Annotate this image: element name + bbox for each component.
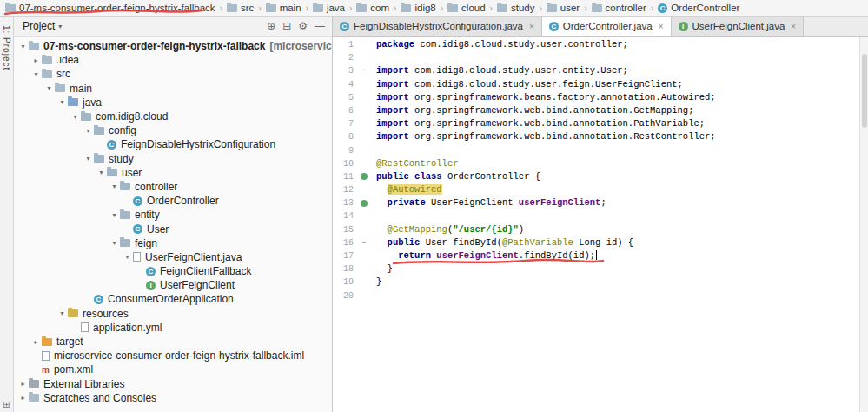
breadcrumb-item[interactable]: com [356,3,389,13]
tree-row-src[interactable]: ▾src [14,67,332,81]
collapse-all-icon[interactable]: ⊟ [282,20,291,32]
breadcrumb-item[interactable]: src [227,3,254,13]
code-line[interactable]: 6import org.springframework.web.bind.ann… [333,104,859,117]
tree-row-microservice-consumer-order-feign-hystrix-fallback-iml[interactable]: microservice-consumer-order-feign-hystri… [14,349,332,362]
autowired-inject-icon[interactable] [361,200,368,207]
chevron-down-icon[interactable]: ▾ [58,23,62,30]
tree-row-resources[interactable]: ▾resources [14,307,332,321]
tree-row-consumerorderapplication[interactable]: CConsumerOrderApplication [14,292,332,306]
chevron-expanded-icon[interactable]: ▾ [43,84,55,92]
fold-icon[interactable]: − [361,236,366,249]
chevron-expanded-icon[interactable]: ▾ [56,98,68,106]
code-line[interactable]: 8import org.springframework.web.bind.ann… [333,130,859,143]
tree-item-icon-wrap: C [133,224,142,234]
code-line[interactable]: 18 } [333,262,859,276]
editor-tab[interactable]: IUserFeignClient.java× [672,17,805,36]
scrollbar-thumb[interactable] [862,54,867,128]
code-line[interactable]: 7import org.springframework.web.bind.ann… [333,117,859,130]
tree-row-scratches-and-consoles[interactable]: ▸Scratches and Consoles [14,391,332,405]
breadcrumb-item[interactable]: 07-ms-consumer-order-feign-hystrix-fallb… [5,3,215,13]
tree-row-study[interactable]: ▾study [14,152,332,166]
code-line[interactable]: 20 [333,289,859,302]
tree-row-config[interactable]: ▾config [14,123,332,137]
breadcrumb-item[interactable]: java [313,3,345,13]
tree-row--idea[interactable]: ▸.idea [14,53,332,67]
breadcrumb-item[interactable]: COrderController [658,3,739,13]
breadcrumb-item[interactable]: cloud [447,3,486,13]
code-area[interactable]: 1package com.idig8.cloud.study.user.cont… [333,37,859,412]
tree-row-pom-xml[interactable]: mpom.xml [14,362,332,376]
chevron-expanded-icon[interactable]: ▾ [83,127,94,135]
tree-row-entity[interactable]: ▾entity [14,208,332,222]
fold-icon[interactable]: − [361,64,366,77]
code-line[interactable]: 15 @GetMapping("/user/{id}") [333,223,859,236]
gear-icon[interactable]: ⚙ [298,20,308,32]
tree-row-com-idig8-cloud[interactable]: ▾com.idig8.cloud [14,110,332,123]
chevron-expanded-icon[interactable]: ▾ [109,239,120,247]
code-line[interactable]: 10@RestController [333,157,859,170]
project-tool-window-button[interactable]: 1: Project [2,25,11,70]
tree-row-userfeignclient[interactable]: IUserFeignClient [14,278,332,292]
breadcrumb-item[interactable]: main [266,3,301,13]
tree-row-ordercontroller[interactable]: COrderController [14,194,332,208]
project-tree: ▾07-ms-consumer-order-feign-hystrix-fall… [14,37,332,412]
tree-row-controller[interactable]: ▾controller [14,180,332,194]
chevron-expanded-icon[interactable]: ▾ [109,183,120,190]
locate-icon[interactable]: ⊕ [267,20,275,32]
hide-icon[interactable]: — [315,20,325,32]
breadcrumb-item[interactable]: user [547,3,580,13]
code-line[interactable]: 2 [333,51,859,64]
tree-row-main[interactable]: ▾main [14,82,332,96]
code-line[interactable]: 3−import com.idig8.cloud.study.user.enti… [333,64,859,77]
close-icon[interactable]: × [659,22,664,31]
editor-tab[interactable]: COrderController.java× [542,17,672,36]
tree-row-userfeignclient-java[interactable]: ▾UserFeignClient.java [14,250,332,264]
chevron-collapsed-icon[interactable]: ▸ [17,394,29,402]
editor-tab[interactable]: CFeignDisableHystrixConfiguration.java× [333,17,542,36]
tree-row-07-ms-consumer-order-feign-hystrix-fallback[interactable]: ▾07-ms-consumer-order-feign-hystrix-fall… [14,39,332,53]
tree-row-target[interactable]: ▸target [14,335,332,349]
chevron-collapsed-icon[interactable]: ▸ [17,380,29,388]
code-line[interactable]: 17 return userFeignClient.findById(id); [333,249,859,262]
tree-row-feignclientfallback[interactable]: CFeignClientFallback [14,264,332,278]
code-text: return userFeignClient.findById(id); [371,249,597,262]
tree-row-java[interactable]: ▾java [14,96,332,110]
code-line[interactable]: 16− public User findById(@PathVariable L… [333,236,859,249]
breadcrumb-item[interactable]: idig8 [401,3,435,13]
breadcrumb-item[interactable]: study [497,3,535,13]
chevron-expanded-icon[interactable]: ▾ [122,253,133,261]
code-line[interactable]: 4import com.idig8.cloud.study.user.feign… [333,78,859,91]
tree-row-user[interactable]: CUser [14,222,332,236]
tree-row-user[interactable]: ▾user [14,166,332,180]
tree-row-feign[interactable]: ▾feign [14,236,332,250]
code-line[interactable]: 12 @Autowired [333,183,859,196]
close-icon[interactable]: × [529,22,534,31]
code-line[interactable]: 13 private UserFeignClient userFeignClie… [333,196,859,209]
project-panel-title[interactable]: Project [23,20,55,32]
folder-icon [55,84,65,92]
tree-row-external-libraries[interactable]: ▸External Libraries [14,377,332,391]
spring-bean-icon[interactable] [361,173,368,180]
tree-row-application-yml[interactable]: application.yml [14,321,332,335]
tree-item-label: target [56,336,83,348]
code-line[interactable]: 1package com.idig8.cloud.study.user.cont… [333,38,859,51]
chevron-expanded-icon[interactable]: ▾ [109,211,120,219]
chevron-expanded-icon[interactable]: ▾ [30,70,42,78]
close-icon[interactable]: × [791,22,796,31]
chevron-expanded-icon[interactable]: ▾ [83,155,94,163]
chevron-collapsed-icon[interactable]: ▸ [30,56,42,64]
code-line[interactable]: 9 [333,144,859,157]
chevron-expanded-icon[interactable]: ▾ [56,309,68,317]
chevron-expanded-icon[interactable]: ▾ [96,169,107,176]
code-line[interactable]: 14 [333,209,859,223]
code-line[interactable]: 19} [333,276,859,289]
chevron-collapsed-icon[interactable]: ▸ [30,338,42,346]
code-line[interactable]: 5import org.springframework.beans.factor… [333,91,859,104]
code-line[interactable]: 11public class OrderController { [333,170,859,183]
editor-scrollbar[interactable] [859,37,868,412]
window-grid-icon[interactable]: ⊞ [3,400,10,409]
breadcrumb-item[interactable]: controller [592,3,646,13]
chevron-expanded-icon[interactable]: ▾ [70,113,81,121]
chevron-expanded-icon[interactable]: ▾ [17,43,29,50]
tree-row-feigndisablehystrixconfiguration[interactable]: CFeignDisableHystrixConfiguration [14,137,332,151]
